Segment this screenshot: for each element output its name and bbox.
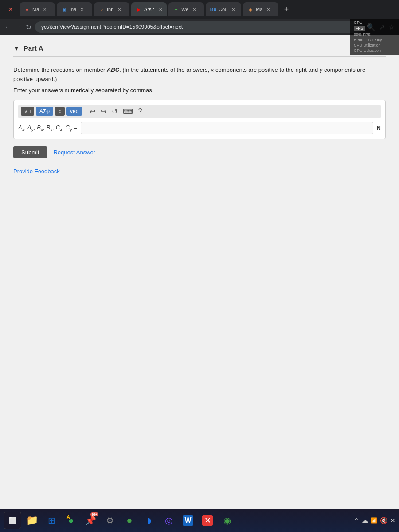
pipe-button[interactable]: ↕: [55, 107, 65, 116]
taskbar-item-desktop[interactable]: ⬜: [4, 512, 21, 529]
app1-icon: ●: [126, 515, 132, 526]
close-overlay-icon[interactable]: ✕: [390, 517, 395, 524]
tab-icon-ma2: ◈: [247, 6, 254, 12]
whatsapp-icon: ◉: [223, 515, 231, 526]
taskbar-item-files[interactable]: 📁: [23, 512, 41, 529]
redo-button[interactable]: ↪: [99, 106, 108, 117]
answer-row: Ax, Ay, Bx, By, Cx, Cy = N: [18, 122, 381, 134]
answer-box: √□ ΑΣφ ↕ vec ↩ ↪ ↺ ⌨ ? Ax, Ay, Bx, By, C…: [13, 100, 386, 139]
gpu-utilization-label: GPU Utilization: [354, 48, 381, 53]
help-button[interactable]: ?: [137, 106, 144, 116]
tab-ma2[interactable]: ◈ Ma ✕: [243, 2, 278, 16]
part-title: Part A: [24, 44, 43, 52]
part-header: ▼ Part A: [13, 44, 386, 57]
tab-close-ars[interactable]: ✕: [159, 7, 162, 12]
tab-icon-inb: ○: [98, 6, 105, 12]
instruction-text: Enter your answers numerically separated…: [13, 87, 386, 94]
taskbar-item-word[interactable]: W: [179, 512, 197, 529]
close-window-btn[interactable]: ✕: [4, 2, 18, 16]
pipe-icon: ↕: [59, 108, 61, 114]
url-input[interactable]: [35, 21, 363, 33]
vec-button[interactable]: vec: [66, 107, 82, 116]
chrome-badge: A: [66, 514, 71, 520]
submit-button[interactable]: Submit: [13, 146, 47, 158]
perf-gpu-title: GPU: [354, 20, 363, 25]
tab-label-ma1: Ma: [32, 7, 39, 12]
tab-we[interactable]: ✦ We ✕: [168, 2, 204, 16]
wifi-icon[interactable]: 📶: [371, 517, 377, 524]
word-icon: W: [183, 515, 193, 526]
taskbar-item-chrome[interactable]: ● A: [62, 512, 80, 529]
math-toolbar: √□ ΑΣφ ↕ vec ↩ ↪ ↺ ⌨ ?: [18, 105, 381, 118]
answer-label: Ax, Ay, Bx, By, Cx, Cy =: [18, 124, 77, 132]
tab-label-ma2: Ma: [256, 7, 262, 12]
toolbar-separator-1: [85, 107, 85, 115]
forward-icon[interactable]: →: [15, 23, 22, 31]
chevron-up-icon[interactable]: ⌃: [354, 517, 359, 524]
taskbar-item-mail[interactable]: 📌 99+: [82, 512, 99, 529]
action-row: Submit Request Answer: [13, 146, 386, 158]
desktop-icon: ⬜: [9, 517, 16, 524]
new-tab-button[interactable]: +: [280, 3, 293, 16]
windows-icon: ⊞: [48, 515, 55, 526]
tab-cou[interactable]: Bb Cou ✕: [206, 2, 241, 16]
tab-icon-we: ✦: [173, 6, 179, 12]
taskbar-item-whatsapp[interactable]: ◉: [218, 512, 236, 529]
tab-close-cou[interactable]: ✕: [231, 7, 235, 12]
tab-icon-ina: ◉: [61, 6, 67, 12]
cpu-utilization-label: CPU Utilization: [354, 43, 381, 47]
tab-label-cou: Cou: [219, 7, 227, 12]
sigma-icon: ΑΣφ: [39, 108, 50, 114]
vec-label: vec: [70, 108, 78, 114]
volume-mute-icon[interactable]: 🔇: [380, 517, 387, 524]
tab-close-ma1[interactable]: ✕: [43, 7, 47, 12]
closeapp-icon: ✕: [202, 515, 213, 526]
taskbar-item-discord[interactable]: ◎: [160, 512, 177, 529]
taskbar-item-windows[interactable]: ⊞: [43, 512, 60, 529]
tab-icon-ma1: ●: [24, 6, 30, 12]
feedback-link[interactable]: Provide Feedback: [13, 168, 60, 175]
sqrt-button[interactable]: √□: [21, 107, 34, 116]
refresh-icon[interactable]: ↻: [26, 23, 31, 31]
answer-input[interactable]: [81, 122, 373, 134]
settings-icon: ⚙: [106, 515, 114, 526]
taskbar-item-app1[interactable]: ●: [121, 512, 138, 529]
undo-button[interactable]: ↩: [88, 106, 97, 117]
tab-icon-cou: Bb: [210, 6, 216, 12]
tab-close-ma2[interactable]: ✕: [266, 7, 270, 12]
question-text: Determine the reactions on member ABC. (…: [13, 66, 386, 84]
fps-badge: FPS: [354, 26, 365, 31]
taskbar: ⬜ 📁 ⊞ ● A 📌 99+ ⚙ ● ◗ ◎ W ✕ ◉ ⌃ ☁ 📶 🔇 ✕: [0, 509, 399, 532]
taskbar-item-app2[interactable]: ◗: [140, 512, 158, 529]
tab-close-ina[interactable]: ✕: [80, 7, 84, 12]
tab-close-inb[interactable]: ✕: [117, 7, 121, 12]
browser-tab-bar: ✕ ● Ma ✕ ◉ Ina ✕ ○ Inb ✕ ▶ Ars * ✕ ✦ We …: [0, 0, 399, 19]
request-answer-link[interactable]: Request Answer: [53, 149, 95, 156]
mail-icon: 📌: [85, 515, 96, 526]
files-icon: 📁: [26, 515, 38, 526]
taskbar-right-section: ⌃ ☁ 📶 🔇 ✕: [354, 517, 395, 524]
tab-ars[interactable]: ▶ Ars * ✕: [131, 2, 167, 16]
reset-button[interactable]: ↺: [110, 106, 119, 117]
back-icon[interactable]: ←: [4, 23, 12, 31]
unit-label: N: [377, 125, 381, 131]
keyboard-button[interactable]: ⌨: [121, 106, 135, 117]
discord-icon: ◎: [165, 515, 172, 526]
mail-badge: 99+: [90, 512, 98, 516]
cloud-icon[interactable]: ☁: [362, 517, 368, 524]
tab-ma1[interactable]: ● Ma ✕: [20, 2, 55, 16]
app2-icon: ◗: [147, 516, 151, 525]
taskbar-item-settings[interactable]: ⚙: [101, 512, 119, 529]
performance-overlay: GPU FPS 99% FPS Render Latency CPU Utili…: [350, 19, 399, 55]
tab-ina[interactable]: ◉ Ina ✕: [57, 2, 92, 16]
tab-icon-ars: ▶: [136, 6, 142, 12]
address-bar: ← → ↻ 🔍 ↗ ☆: [0, 19, 399, 35]
tab-label-ina: Ina: [70, 7, 76, 12]
taskbar-item-closeapp[interactable]: ✕: [199, 512, 216, 529]
sqrt-icon: √□: [24, 108, 31, 114]
tab-label-we: We: [181, 7, 188, 12]
tab-close-we[interactable]: ✕: [192, 7, 196, 12]
tab-inb[interactable]: ○ Inb ✕: [94, 2, 129, 16]
part-collapse-arrow[interactable]: ▼: [13, 45, 20, 52]
sigma-button[interactable]: ΑΣφ: [36, 107, 53, 116]
